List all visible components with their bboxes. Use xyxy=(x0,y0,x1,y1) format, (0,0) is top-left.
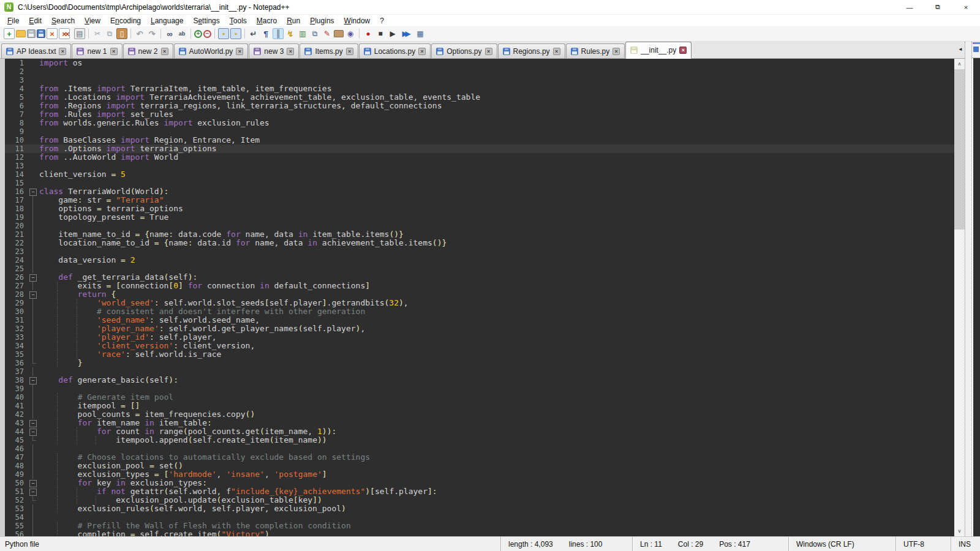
code-line[interactable]: 32 'player_name': self.world.get_player_… xyxy=(5,324,954,333)
code-line[interactable]: 19 topology_present = True xyxy=(5,213,954,222)
code-line[interactable]: 41 itempool = [] xyxy=(5,402,954,410)
code-line[interactable]: 12from ..AutoWorld import World xyxy=(5,153,954,162)
code-line[interactable]: 53 exclusion_rules(self.world, self.play… xyxy=(5,504,954,513)
code-line[interactable]: 2 xyxy=(5,67,954,76)
code-line[interactable]: 50 for key in exclusion_types: xyxy=(5,479,954,487)
tab-close-icon[interactable]: × xyxy=(59,48,66,55)
menu-item-window[interactable]: Window xyxy=(339,16,375,26)
code-line[interactable]: 34 'client_version': client_version, xyxy=(5,342,954,350)
status-encoding[interactable]: UTF-8 xyxy=(895,537,951,551)
fold-collapse-icon[interactable] xyxy=(28,427,38,436)
view-eye-icon[interactable]: ◉ xyxy=(345,28,356,39)
menu-item-run[interactable]: Run xyxy=(282,16,305,26)
fold-collapse-icon[interactable] xyxy=(28,419,38,427)
code-line[interactable]: 47 # Choose locations to automatically e… xyxy=(5,453,954,462)
fold-collapse-icon[interactable] xyxy=(28,290,38,299)
scroll-down-icon[interactable]: ∨ xyxy=(954,526,965,536)
menu-item-view[interactable]: View xyxy=(80,16,105,26)
code-line[interactable]: 35 'race': self.world.is_race xyxy=(5,350,954,359)
code-line[interactable]: 30 # consistent and doesn't interfere wi… xyxy=(5,307,954,316)
replace-icon[interactable]: ab xyxy=(176,28,187,39)
tab-close-icon[interactable]: × xyxy=(346,48,353,55)
tab-close-icon[interactable]: × xyxy=(418,48,426,55)
code-line[interactable]: 15 xyxy=(5,179,954,187)
tab-close-icon[interactable]: × xyxy=(110,48,118,55)
code-line[interactable]: 40 # Generate item pool xyxy=(5,393,954,402)
tab-close-icon[interactable]: × xyxy=(679,47,687,54)
code-line[interactable]: 11from .Options import terraria_options xyxy=(5,144,954,153)
code-line[interactable]: 33 'player_id': self.player, xyxy=(5,333,954,342)
edit-pen-icon[interactable]: ✎ xyxy=(322,28,333,39)
tab-close-icon[interactable]: × xyxy=(485,48,492,55)
code-line[interactable]: 16class TerrariaWorld(World): xyxy=(5,187,954,196)
tab-new-1[interactable]: new 1× xyxy=(72,43,122,58)
find-icon[interactable]: ∞ xyxy=(164,28,175,39)
code-line[interactable]: 45 itempool.append(self.create_item(item… xyxy=(5,436,954,444)
menu-item-file[interactable]: File xyxy=(2,16,24,26)
menu-item-macro[interactable]: Macro xyxy=(252,16,282,26)
tab-new-3[interactable]: new 3× xyxy=(249,43,299,58)
code-line[interactable]: 18 options = terraria_options xyxy=(5,204,954,213)
fold-collapse-icon[interactable] xyxy=(28,376,38,384)
code-line[interactable]: 23 xyxy=(5,247,954,256)
sync-horizontal-icon[interactable]: ▪ xyxy=(230,28,241,39)
vertical-scrollbar[interactable]: ∧ ∨ xyxy=(954,59,965,536)
zoom-in-icon[interactable]: + xyxy=(194,30,202,38)
code-line[interactable]: 21 item_name_to_id = {name: data.code fo… xyxy=(5,230,954,239)
sync-vertical-icon[interactable]: ▪ xyxy=(218,28,229,39)
menu-item-search[interactable]: Search xyxy=(47,16,80,26)
tab-regions-py[interactable]: Regions.py× xyxy=(498,43,565,58)
code-line[interactable]: 8from worlds.generic.Rules import exclus… xyxy=(5,119,954,127)
code-line[interactable]: 54 xyxy=(5,513,954,522)
code-line[interactable]: 14client_version = 5 xyxy=(5,170,954,179)
scroll-up-icon[interactable]: ∧ xyxy=(954,59,965,69)
tab-close-icon[interactable]: × xyxy=(612,48,620,55)
save-all-icon[interactable] xyxy=(37,29,45,38)
code-line[interactable]: 13 xyxy=(5,162,954,170)
code-line[interactable]: 31 'seed_name': self.world.seed_name, xyxy=(5,316,954,324)
menu-item-[interactable]: ? xyxy=(375,16,389,26)
tab-close-icon[interactable]: × xyxy=(161,48,168,55)
editor[interactable]: 1import os234from .Items import Terraria… xyxy=(0,59,965,536)
print-icon[interactable]: ▤ xyxy=(74,28,85,39)
secondary-view-tab[interactable] xyxy=(972,42,980,58)
status-insert-mode[interactable]: INS xyxy=(951,537,980,551)
record-macro-icon[interactable]: ● xyxy=(363,28,374,39)
tab-locations-py[interactable]: Locations.py× xyxy=(359,43,431,58)
undo-icon[interactable]: ↶ xyxy=(134,28,145,39)
tab-items-py[interactable]: Items.py× xyxy=(300,43,358,58)
code-line[interactable]: 26 def _get_terraria_data(self): xyxy=(5,273,954,282)
scrollbar-track[interactable] xyxy=(954,69,965,526)
cut-icon[interactable]: ✂ xyxy=(92,28,103,39)
word-wrap-icon[interactable]: ↵ xyxy=(248,28,259,39)
save-icon[interactable] xyxy=(27,29,36,38)
fold-collapse-icon[interactable] xyxy=(28,487,38,496)
code-line[interactable]: 36 } xyxy=(5,359,954,367)
view-splitter[interactable] xyxy=(965,42,972,536)
new-file-icon[interactable]: + xyxy=(4,28,15,39)
redo-icon[interactable]: ↷ xyxy=(146,28,157,39)
close-button[interactable]: × xyxy=(952,0,980,15)
menu-item-language[interactable]: Language xyxy=(146,16,188,26)
code-line[interactable]: 10from BaseClasses import Region, Entran… xyxy=(5,136,954,144)
code-area[interactable]: 1import os234from .Items import Terraria… xyxy=(5,59,954,536)
show-all-chars-icon[interactable]: ¶ xyxy=(260,28,271,39)
code-line[interactable]: 56 completion = self.create_item("Victor… xyxy=(5,530,954,536)
code-line[interactable]: 6from .Regions import terraria_regions, … xyxy=(5,102,954,110)
zoom-out-icon[interactable]: − xyxy=(203,30,211,38)
code-line[interactable]: 28 return { xyxy=(5,290,954,299)
copy-icon[interactable]: ⧉ xyxy=(104,28,115,39)
indent-guide-icon[interactable]: ║ xyxy=(273,28,284,39)
define-language-icon[interactable]: ↯ xyxy=(285,28,296,39)
tab-ap-ideas-txt[interactable]: AP Ideas.txt× xyxy=(1,43,71,58)
secondary-view-editor[interactable] xyxy=(972,58,980,536)
code-line[interactable]: 43 for item_name in item_table: xyxy=(5,419,954,427)
close-all-docs-icon[interactable]: × xyxy=(59,28,70,39)
code-line[interactable]: 29 'world_seed': self.world.slot_seeds[s… xyxy=(5,299,954,307)
doc-map-icon[interactable]: ▥ xyxy=(297,28,308,39)
code-line[interactable]: 20 xyxy=(5,222,954,230)
fold-collapse-icon[interactable] xyxy=(28,273,38,282)
tab-autoworld-py[interactable]: AutoWorld.py× xyxy=(174,43,249,58)
code-line[interactable]: 3 xyxy=(5,76,954,84)
code-line[interactable]: 39 xyxy=(5,384,954,393)
